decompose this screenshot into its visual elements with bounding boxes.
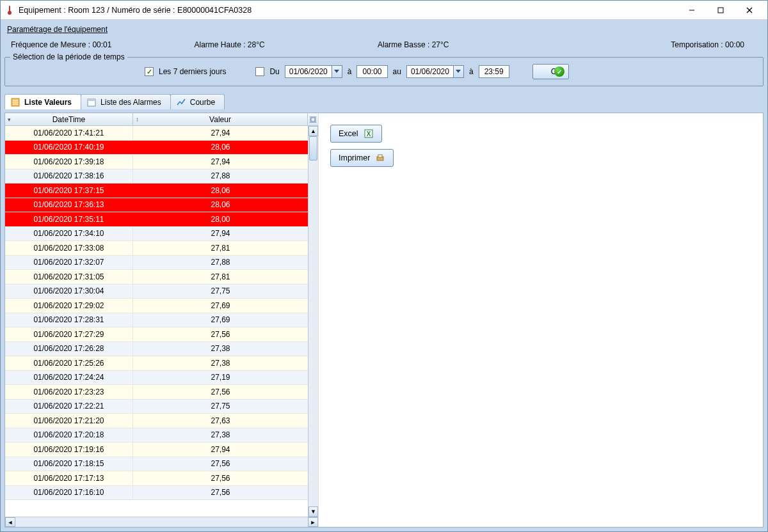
table-row[interactable]: 01/06/2020 17:40:1928,06 <box>5 141 308 155</box>
values-table: ▾ DateTime ↕ Valeur 01/06/2020 17:41:212… <box>5 113 319 527</box>
scroll-left-icon[interactable]: ◄ <box>5 517 15 527</box>
cell-datetime: 01/06/2020 17:39:18 <box>5 155 133 169</box>
hscroll-track[interactable] <box>15 517 308 527</box>
print-button[interactable]: Imprimer <box>330 149 394 167</box>
table-row[interactable]: 01/06/2020 17:35:1128,00 <box>5 212 308 227</box>
cell-value: 28,00 <box>133 212 308 226</box>
cell-value: 27,38 <box>133 428 308 442</box>
cell-datetime: 01/06/2020 17:28:31 <box>5 313 133 327</box>
minimize-button[interactable] <box>677 1 706 19</box>
table-row[interactable]: 01/06/2020 17:29:0227,69 <box>5 299 308 313</box>
table-row[interactable]: 01/06/2020 17:34:1027,94 <box>5 227 308 242</box>
table-row[interactable]: 01/06/2020 17:24:2427,19 <box>5 371 308 386</box>
scroll-thumb[interactable] <box>309 136 317 160</box>
from-date-value: 01/06/2020 <box>285 67 332 76</box>
window-title: Equipement : Room 123 / Numéro de série … <box>19 6 677 15</box>
tab-values[interactable]: Liste Valeurs <box>4 94 81 109</box>
to-time-input[interactable]: 23:59 <box>479 65 509 78</box>
excel-button-label: Excel <box>339 129 358 138</box>
dropdown-icon <box>453 66 463 77</box>
scroll-down-icon[interactable]: ▼ <box>308 506 318 517</box>
cell-datetime: 01/06/2020 17:32:07 <box>5 256 133 270</box>
custom-range-checkbox[interactable] <box>255 67 264 76</box>
table-row[interactable]: 01/06/2020 17:20:1827,38 <box>5 428 308 443</box>
svg-rect-3 <box>718 8 723 13</box>
cell-datetime: 01/06/2020 17:29:02 <box>5 299 133 313</box>
scroll-right-icon[interactable]: ► <box>308 517 318 527</box>
col-header-value[interactable]: ↕ Valeur <box>133 113 308 125</box>
calendar-icon <box>86 97 97 107</box>
to-date-picker[interactable]: 01/06/2020 <box>406 65 464 78</box>
last7days-checkbox[interactable] <box>145 67 154 76</box>
period-row: Les 7 derniers jours Du 01/06/2020 à 00:… <box>10 64 758 79</box>
horizontal-scrollbar[interactable]: ◄ ► <box>5 517 318 527</box>
to-date-value: 01/06/2020 <box>407 67 453 76</box>
table-row[interactable]: 01/06/2020 17:25:2627,38 <box>5 356 308 371</box>
table-corner-menu[interactable] <box>308 113 318 125</box>
tab-alarms[interactable]: Liste des Alarmes <box>81 94 171 109</box>
table-row[interactable]: 01/06/2020 17:28:3127,69 <box>5 313 308 328</box>
table-row[interactable]: 01/06/2020 17:23:2327,56 <box>5 385 308 400</box>
print-button-label: Imprimer <box>339 153 370 162</box>
table-row[interactable]: 01/06/2020 17:38:1627,88 <box>5 169 308 184</box>
cell-value: 27,38 <box>133 356 308 370</box>
from-time-input[interactable]: 00:00 <box>356 65 387 78</box>
table-row[interactable]: 01/06/2020 17:32:0727,88 <box>5 256 308 270</box>
table-row[interactable]: 01/06/2020 17:19:1627,94 <box>5 442 308 457</box>
cell-datetime: 01/06/2020 17:31:05 <box>5 270 133 284</box>
cell-datetime: 01/06/2020 17:26:28 <box>5 342 133 356</box>
cell-value: 27,94 <box>133 442 308 457</box>
table-row[interactable]: 01/06/2020 17:17:1327,56 <box>5 471 308 486</box>
table-row[interactable]: 01/06/2020 17:21:2027,63 <box>5 414 308 428</box>
temporisation-label: Temporisation : 00:00 <box>561 40 758 49</box>
close-button[interactable] <box>735 1 764 19</box>
table-row[interactable]: 01/06/2020 17:41:2127,94 <box>5 126 308 141</box>
dropdown-icon <box>332 66 342 77</box>
export-excel-button[interactable]: Excel X <box>330 125 382 143</box>
table-row[interactable]: 01/06/2020 17:16:1027,56 <box>5 486 308 501</box>
table-row[interactable]: 01/06/2020 17:37:1528,06 <box>5 184 308 198</box>
measure-frequency-label: Fréquence de Mesure : 00:01 <box>11 40 195 49</box>
thermometer-icon <box>4 5 15 15</box>
scroll-up-icon[interactable]: ▲ <box>308 126 318 136</box>
table-row[interactable]: 01/06/2020 17:39:1827,94 <box>5 155 308 169</box>
table-row[interactable]: 01/06/2020 17:30:0427,75 <box>5 285 308 299</box>
cell-datetime: 01/06/2020 17:35:11 <box>5 212 133 226</box>
tab-values-label: Liste Valeurs <box>24 98 72 107</box>
vertical-scrollbar[interactable]: ▲ ▼ <box>308 126 318 517</box>
cell-datetime: 01/06/2020 17:27:29 <box>5 327 133 341</box>
table-row[interactable]: 01/06/2020 17:31:0527,81 <box>5 270 308 285</box>
cell-value: 27,19 <box>133 371 308 385</box>
from-date-picker[interactable]: 01/06/2020 <box>285 65 342 78</box>
table-row[interactable]: 01/06/2020 17:18:1527,56 <box>5 457 308 472</box>
cell-value: 27,75 <box>133 285 308 299</box>
equipment-settings-link[interactable]: Paramétrage de l'équipement <box>4 24 764 35</box>
scroll-track[interactable] <box>308 136 318 506</box>
svg-text:X: X <box>366 130 371 137</box>
cell-value: 27,56 <box>133 457 308 471</box>
app-window: Equipement : Room 123 / Numéro de série … <box>0 0 768 532</box>
cell-datetime: 01/06/2020 17:25:26 <box>5 356 133 370</box>
titlebar: Equipement : Room 123 / Numéro de série … <box>1 1 767 20</box>
table-row[interactable]: 01/06/2020 17:22:2127,75 <box>5 400 308 414</box>
maximize-button[interactable] <box>706 1 735 19</box>
chart-icon <box>176 97 186 107</box>
alarm-high-label: Alarme Haute : 28°C <box>195 40 378 49</box>
tab-chart[interactable]: Courbe <box>170 94 225 109</box>
cell-value: 27,63 <box>133 414 308 428</box>
col-header-datetime[interactable]: ▾ DateTime <box>5 113 133 125</box>
cell-datetime: 01/06/2020 17:33:08 <box>5 241 133 255</box>
table-row[interactable]: 01/06/2020 17:33:0827,81 <box>5 241 308 256</box>
cell-value: 28,06 <box>133 198 308 212</box>
table-row[interactable]: 01/06/2020 17:36:1328,06 <box>5 198 308 213</box>
alarm-low-label: Alarme Basse : 27°C <box>378 40 561 49</box>
excel-icon: X <box>364 129 374 139</box>
table-body: 01/06/2020 17:41:2127,9401/06/2020 17:40… <box>5 126 318 517</box>
ok-button[interactable]: OK ✓ <box>532 64 569 79</box>
cell-datetime: 01/06/2020 17:20:18 <box>5 428 133 442</box>
table-row[interactable]: 01/06/2020 17:26:2827,38 <box>5 342 308 357</box>
table-row[interactable]: 01/06/2020 17:27:2927,56 <box>5 327 308 342</box>
cell-value: 27,88 <box>133 169 308 184</box>
a-label-2: à <box>469 67 474 76</box>
svg-rect-13 <box>88 99 95 101</box>
